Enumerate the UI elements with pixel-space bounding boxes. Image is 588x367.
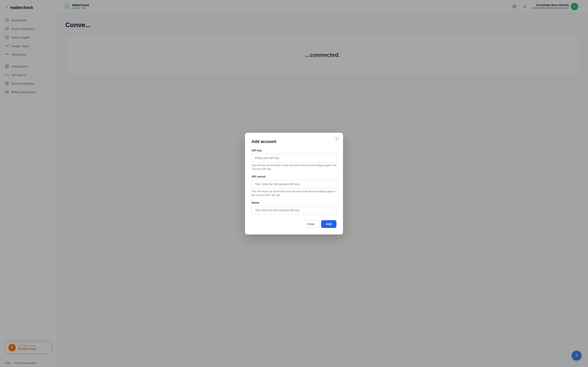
add-account-modal: Add account × API key Your API key can b…	[245, 133, 343, 234]
name-input[interactable]	[251, 206, 337, 215]
api-key-hint: Your API key can be found in your accoun…	[251, 164, 337, 171]
name-label: Name	[251, 201, 337, 204]
modal-actions: Close Add	[251, 220, 337, 228]
api-key-group: API key Your API key can be found in you…	[251, 149, 337, 171]
modal-title: Add account	[251, 139, 337, 144]
modal-close-button[interactable]: ×	[334, 136, 340, 142]
api-secret-input[interactable]	[251, 180, 337, 188]
api-key-label: API key	[251, 149, 337, 152]
name-group: Name	[251, 201, 337, 215]
api-secret-group: API secret Your API secret can be found …	[251, 175, 337, 197]
close-button[interactable]: Close	[303, 220, 319, 228]
modal-overlay[interactable]: Add account × API key Your API key can b…	[0, 0, 588, 367]
api-secret-label: API secret	[251, 175, 337, 178]
add-button[interactable]: Add	[321, 220, 337, 228]
api-secret-hint: Your API secret can be found in your acc…	[251, 190, 337, 197]
api-key-input[interactable]	[251, 154, 337, 162]
